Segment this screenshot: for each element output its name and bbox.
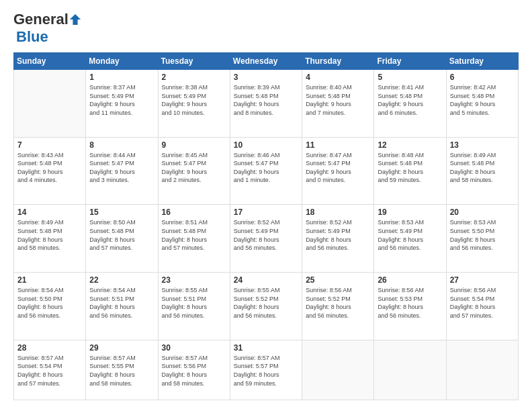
table-row: 21Sunrise: 8:54 AM Sunset: 5:50 PM Dayli… [14, 273, 86, 340]
day-number: 3 [234, 73, 298, 82]
table-row: 30Sunrise: 8:57 AM Sunset: 5:56 PM Dayli… [158, 340, 230, 400]
svg-marker-0 [70, 14, 81, 25]
table-row: 22Sunrise: 8:54 AM Sunset: 5:51 PM Dayli… [86, 273, 158, 340]
table-row: 3Sunrise: 8:39 AM Sunset: 5:48 PM Daylig… [230, 70, 302, 138]
day-info: Sunrise: 8:49 AM Sunset: 5:48 PM Dayligh… [450, 151, 515, 185]
table-row: 31Sunrise: 8:57 AM Sunset: 5:57 PM Dayli… [230, 340, 302, 400]
day-number: 6 [450, 73, 515, 82]
day-number: 1 [89, 73, 154, 82]
header-tuesday: Tuesday [158, 53, 230, 70]
table-row: 24Sunrise: 8:55 AM Sunset: 5:52 PM Dayli… [230, 273, 302, 340]
day-number: 9 [162, 140, 226, 150]
day-number: 29 [89, 343, 154, 353]
table-row: 29Sunrise: 8:57 AM Sunset: 5:55 PM Dayli… [86, 340, 158, 400]
table-row: 15Sunrise: 8:50 AM Sunset: 5:48 PM Dayli… [86, 205, 158, 273]
calendar-week-row: 14Sunrise: 8:49 AM Sunset: 5:48 PM Dayli… [14, 205, 519, 273]
day-number: 4 [306, 73, 370, 82]
table-row [446, 340, 518, 400]
day-info: Sunrise: 8:53 AM Sunset: 5:50 PM Dayligh… [450, 218, 515, 252]
logo-blue: Blue [16, 28, 48, 46]
day-info: Sunrise: 8:37 AM Sunset: 5:49 PM Dayligh… [89, 83, 154, 117]
day-info: Sunrise: 8:45 AM Sunset: 5:47 PM Dayligh… [162, 151, 226, 185]
table-row: 5Sunrise: 8:41 AM Sunset: 5:48 PM Daylig… [374, 70, 446, 138]
table-row: 27Sunrise: 8:56 AM Sunset: 5:54 PM Dayli… [446, 273, 518, 340]
day-info: Sunrise: 8:57 AM Sunset: 5:56 PM Dayligh… [162, 354, 226, 387]
day-number: 8 [89, 140, 154, 150]
day-info: Sunrise: 8:57 AM Sunset: 5:57 PM Dayligh… [234, 354, 298, 387]
table-row: 18Sunrise: 8:52 AM Sunset: 5:49 PM Dayli… [302, 205, 374, 273]
calendar-week-row: 1Sunrise: 8:37 AM Sunset: 5:49 PM Daylig… [14, 70, 519, 138]
day-number: 19 [378, 208, 442, 217]
day-number: 12 [378, 140, 442, 150]
table-row: 23Sunrise: 8:55 AM Sunset: 5:51 PM Dayli… [158, 273, 230, 340]
table-row: 28Sunrise: 8:57 AM Sunset: 5:54 PM Dayli… [14, 340, 86, 400]
table-row: 25Sunrise: 8:56 AM Sunset: 5:52 PM Dayli… [302, 273, 374, 340]
logo: General Blue [13, 11, 82, 46]
day-number: 18 [306, 208, 370, 217]
day-number: 5 [378, 73, 442, 82]
day-number: 21 [17, 275, 82, 285]
day-info: Sunrise: 8:54 AM Sunset: 5:50 PM Dayligh… [17, 286, 82, 320]
day-info: Sunrise: 8:48 AM Sunset: 5:48 PM Dayligh… [378, 151, 442, 185]
header-monday: Monday [86, 53, 158, 70]
day-info: Sunrise: 8:53 AM Sunset: 5:49 PM Dayligh… [378, 218, 442, 252]
day-info: Sunrise: 8:42 AM Sunset: 5:48 PM Dayligh… [450, 83, 515, 117]
day-number: 24 [234, 275, 298, 285]
day-number: 11 [306, 140, 370, 150]
day-number: 26 [378, 275, 442, 285]
table-row: 19Sunrise: 8:53 AM Sunset: 5:49 PM Dayli… [374, 205, 446, 273]
table-row: 1Sunrise: 8:37 AM Sunset: 5:49 PM Daylig… [86, 70, 158, 138]
day-number: 23 [162, 275, 226, 285]
calendar-week-row: 7Sunrise: 8:43 AM Sunset: 5:48 PM Daylig… [14, 137, 519, 205]
day-info: Sunrise: 8:52 AM Sunset: 5:49 PM Dayligh… [234, 218, 298, 252]
table-row: 26Sunrise: 8:56 AM Sunset: 5:53 PM Dayli… [374, 273, 446, 340]
day-info: Sunrise: 8:51 AM Sunset: 5:48 PM Dayligh… [162, 218, 226, 252]
day-number: 25 [306, 275, 370, 285]
day-info: Sunrise: 8:41 AM Sunset: 5:48 PM Dayligh… [378, 83, 442, 117]
table-row: 6Sunrise: 8:42 AM Sunset: 5:48 PM Daylig… [446, 70, 518, 138]
day-number: 2 [162, 73, 226, 82]
day-info: Sunrise: 8:56 AM Sunset: 5:52 PM Dayligh… [306, 286, 370, 320]
table-row: 7Sunrise: 8:43 AM Sunset: 5:48 PM Daylig… [14, 137, 86, 205]
table-row: 16Sunrise: 8:51 AM Sunset: 5:48 PM Dayli… [158, 205, 230, 273]
day-info: Sunrise: 8:52 AM Sunset: 5:49 PM Dayligh… [306, 218, 370, 252]
day-number: 20 [450, 208, 515, 217]
table-row: 12Sunrise: 8:48 AM Sunset: 5:48 PM Dayli… [374, 137, 446, 205]
day-info: Sunrise: 8:54 AM Sunset: 5:51 PM Dayligh… [89, 286, 154, 320]
table-row: 11Sunrise: 8:47 AM Sunset: 5:47 PM Dayli… [302, 137, 374, 205]
table-row: 17Sunrise: 8:52 AM Sunset: 5:49 PM Dayli… [230, 205, 302, 273]
day-info: Sunrise: 8:44 AM Sunset: 5:47 PM Dayligh… [89, 151, 154, 185]
day-number: 30 [162, 343, 226, 353]
day-number: 14 [17, 208, 82, 217]
header-thursday: Thursday [302, 53, 374, 70]
header-sunday: Sunday [14, 53, 86, 70]
page: General Blue Sunday Monday Tuesday Wedne… [0, 0, 532, 411]
table-row: 2Sunrise: 8:38 AM Sunset: 5:49 PM Daylig… [158, 70, 230, 138]
table-row [374, 340, 446, 400]
calendar-table: Sunday Monday Tuesday Wednesday Thursday… [13, 52, 519, 400]
table-row: 10Sunrise: 8:46 AM Sunset: 5:47 PM Dayli… [230, 137, 302, 205]
day-info: Sunrise: 8:40 AM Sunset: 5:48 PM Dayligh… [306, 83, 370, 117]
day-number: 10 [234, 140, 298, 150]
day-info: Sunrise: 8:46 AM Sunset: 5:47 PM Dayligh… [234, 151, 298, 185]
day-info: Sunrise: 8:39 AM Sunset: 5:48 PM Dayligh… [234, 83, 298, 117]
table-row: 20Sunrise: 8:53 AM Sunset: 5:50 PM Dayli… [446, 205, 518, 273]
calendar-week-row: 28Sunrise: 8:57 AM Sunset: 5:54 PM Dayli… [14, 340, 519, 400]
table-row [302, 340, 374, 400]
weekday-header-row: Sunday Monday Tuesday Wednesday Thursday… [14, 53, 519, 70]
day-info: Sunrise: 8:49 AM Sunset: 5:48 PM Dayligh… [17, 218, 82, 252]
header: General Blue [13, 11, 519, 46]
header-saturday: Saturday [446, 53, 518, 70]
day-number: 15 [89, 208, 154, 217]
day-info: Sunrise: 8:43 AM Sunset: 5:48 PM Dayligh… [17, 151, 82, 185]
table-row: 9Sunrise: 8:45 AM Sunset: 5:47 PM Daylig… [158, 137, 230, 205]
day-info: Sunrise: 8:56 AM Sunset: 5:53 PM Dayligh… [378, 286, 442, 320]
table-row: 8Sunrise: 8:44 AM Sunset: 5:47 PM Daylig… [86, 137, 158, 205]
day-number: 16 [162, 208, 226, 217]
day-number: 31 [234, 343, 298, 353]
day-info: Sunrise: 8:57 AM Sunset: 5:54 PM Dayligh… [17, 354, 82, 387]
day-info: Sunrise: 8:56 AM Sunset: 5:54 PM Dayligh… [450, 286, 515, 320]
header-wednesday: Wednesday [230, 53, 302, 70]
logo-text: General [13, 11, 82, 28]
day-info: Sunrise: 8:50 AM Sunset: 5:48 PM Dayligh… [89, 218, 154, 252]
